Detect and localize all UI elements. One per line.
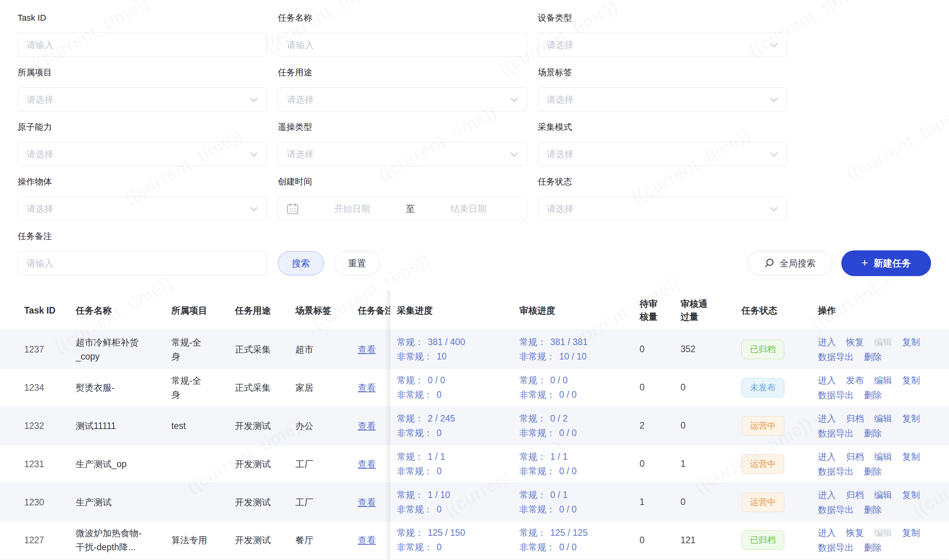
filter-atomic-capability: 原子能力 请选择 (18, 121, 267, 166)
operation-object-select[interactable]: 请选择 (18, 197, 267, 221)
data-export-link[interactable]: 数据导出 (818, 503, 854, 517)
filter-task-status: 任务状态 请选择 (538, 175, 787, 221)
data-export-link[interactable]: 数据导出 (818, 350, 854, 364)
collection-mode-select[interactable]: 请选择 (538, 142, 787, 166)
collect-progress-cell: 常规：0 / 0 非常规：0 (397, 373, 519, 402)
start-date-input[interactable]: 开始日期 (302, 203, 403, 215)
view-remark-link[interactable]: 查看 (358, 535, 376, 545)
placeholder-text: 请输入 (27, 257, 53, 269)
filter-teleop-type: 遥操类型 请选择 (278, 121, 527, 166)
copy-link[interactable]: 复制 (902, 450, 920, 464)
enter-link[interactable]: 进入 (818, 335, 836, 349)
global-search-button[interactable]: 全局搜索 (747, 251, 832, 275)
device-type-select[interactable]: 请选择 (538, 33, 787, 57)
delete-link[interactable]: 删除 (864, 464, 882, 478)
header-review-progress: 审核进度 (519, 305, 640, 317)
edit-link[interactable]: 编辑 (874, 411, 892, 425)
table-row: 1237 超市冷鲜柜补货_copy 常规-全身 正式采集 超市 查看 常规：38… (0, 330, 949, 368)
scene-cell: 家居 (295, 381, 338, 395)
task-id-cell: 1227 (24, 533, 76, 547)
copy-link[interactable]: 复制 (902, 335, 920, 349)
passed-count-cell: 352 (681, 344, 741, 354)
search-button[interactable]: 搜索 (278, 251, 324, 275)
placeholder-text: 请选择 (27, 94, 53, 106)
actions-cell: 进入 恢复 编辑 复制 数据导出 删除 (818, 335, 945, 364)
copy-link[interactable]: 复制 (902, 411, 920, 425)
filter-label-project: 所属项目 (18, 66, 267, 79)
edit-link[interactable]: 编辑 (874, 488, 892, 502)
filter-label-task-purpose: 任务用途 (278, 66, 527, 79)
header-pending-count: 待审核量 (640, 298, 681, 323)
table-row: 1232 测试11111 test 开发测试 办公 查看 常规：2 / 245 … (0, 406, 949, 445)
new-task-label: 新建任务 (874, 257, 911, 269)
view-remark-link[interactable]: 查看 (358, 421, 376, 431)
task-status-select[interactable]: 请选择 (538, 197, 787, 221)
filter-label-task-remark: 任务备注 (18, 230, 267, 243)
view-remark-link[interactable]: 查看 (358, 497, 376, 507)
task-id-input[interactable]: 请输入 (18, 33, 267, 57)
enter-link[interactable]: 进入 (818, 526, 836, 540)
task-purpose-select[interactable]: 请选择 (278, 87, 527, 112)
header-task-name: 任务名称 (76, 303, 171, 317)
filter-label-collection-mode: 采集模式 (538, 121, 787, 133)
view-remark-link[interactable]: 查看 (358, 459, 376, 469)
status-badge: 运营中 (741, 416, 784, 436)
restore-link[interactable]: 恢复 (846, 526, 864, 540)
chevron-down-icon (770, 40, 777, 47)
task-name-input[interactable]: 请输入 (278, 33, 527, 57)
task-name-cell: 测试11111 (76, 419, 142, 433)
header-purpose: 任务用途 (235, 303, 295, 317)
publish-link[interactable]: 发布 (846, 373, 864, 387)
placeholder-text: 请选择 (547, 203, 574, 215)
data-export-link[interactable]: 数据导出 (818, 388, 854, 402)
placeholder-text: 请选择 (27, 203, 53, 215)
restore-link[interactable]: 恢复 (846, 335, 864, 349)
scene-cell: 工厂 (295, 457, 338, 471)
task-remark-input[interactable]: 请输入 (18, 251, 267, 275)
enter-link[interactable]: 进入 (818, 411, 836, 425)
delete-link[interactable]: 删除 (864, 388, 882, 402)
view-remark-link[interactable]: 查看 (358, 383, 376, 393)
scene-cell: 餐厅 (295, 533, 338, 547)
status-badge: 运营中 (741, 493, 784, 512)
delete-link[interactable]: 删除 (864, 503, 882, 517)
scene-tag-select[interactable]: 请选择 (538, 87, 787, 112)
enter-link[interactable]: 进入 (818, 450, 836, 464)
purpose-cell: 正式采集 (235, 342, 274, 356)
new-task-button[interactable]: + 新建任务 (841, 250, 931, 276)
table-row: 1230 生产测试 开发测试 工厂 查看 常规：1 / 10 非常规：0 常规：… (0, 483, 949, 521)
atomic-capability-select[interactable]: 请选择 (18, 142, 267, 166)
archive-link[interactable]: 归档 (846, 411, 864, 425)
data-export-link[interactable]: 数据导出 (818, 464, 854, 478)
placeholder-text: 请选择 (287, 148, 314, 160)
fixed-row-section: 常规：125 / 150 非常规：0 常规：125 / 125 非常规：0 / … (390, 521, 949, 559)
pending-count-cell: 0 (640, 344, 681, 354)
fixed-row-section: 常规：1 / 1 非常规：0 常规：1 / 1 非常规：0 / 0 0 1 运营… (390, 445, 949, 483)
enter-link[interactable]: 进入 (818, 488, 836, 502)
copy-link[interactable]: 复制 (902, 373, 920, 387)
reset-button[interactable]: 重置 (334, 251, 380, 275)
data-export-link[interactable]: 数据导出 (818, 541, 854, 555)
filter-label-create-time: 创建时间 (278, 175, 527, 188)
delete-link[interactable]: 删除 (864, 426, 882, 440)
placeholder-text: 请选择 (547, 94, 574, 106)
view-remark-link[interactable]: 查看 (358, 344, 376, 354)
copy-link[interactable]: 复制 (902, 488, 920, 502)
teleop-type-select[interactable]: 请选择 (278, 142, 527, 166)
data-export-link[interactable]: 数据导出 (818, 426, 854, 440)
archive-link[interactable]: 归档 (846, 450, 864, 464)
filter-label-atomic-capability: 原子能力 (18, 121, 267, 133)
edit-link[interactable]: 编辑 (874, 450, 892, 464)
date-range-picker[interactable]: 开始日期 至 结束日期 (278, 197, 527, 221)
enter-link[interactable]: 进入 (818, 373, 836, 387)
copy-link[interactable]: 复制 (902, 526, 920, 540)
end-date-input[interactable]: 结束日期 (418, 203, 519, 215)
archive-link[interactable]: 归档 (846, 488, 864, 502)
delete-link[interactable]: 删除 (864, 350, 882, 364)
edit-link[interactable]: 编辑 (874, 373, 892, 387)
search-icon (764, 258, 775, 269)
project-select[interactable]: 请选择 (18, 87, 267, 112)
delete-link[interactable]: 删除 (864, 541, 882, 555)
status-badge: 运营中 (741, 454, 784, 474)
purpose-cell: 开发测试 (235, 533, 274, 547)
